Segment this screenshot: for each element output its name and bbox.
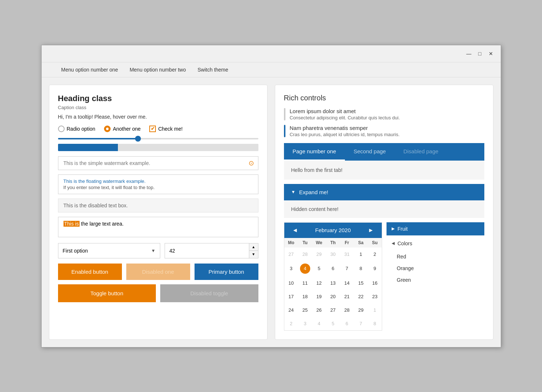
calendar-cell[interactable]: 9	[368, 261, 382, 276]
calendar-cell[interactable]: 5	[326, 317, 340, 330]
calendar-prev-button[interactable]: ◄	[289, 226, 301, 234]
calendar-cell[interactable]: 13	[326, 276, 340, 290]
calendar-cell[interactable]: 23	[368, 290, 382, 303]
enabled-button[interactable]: Enabled button	[58, 264, 122, 280]
tree-child-red[interactable]: Red	[387, 251, 484, 262]
cal-label-th: Th	[326, 238, 340, 247]
calendar-cell[interactable]: 29	[312, 247, 326, 261]
slider-thumb[interactable]	[135, 136, 141, 142]
checkbox-option[interactable]: ✔ Check me!	[149, 126, 182, 132]
calendar-cell[interactable]: 11	[298, 276, 312, 290]
right-panel: Rich controls Lorem ipsum dolor sit amet…	[275, 85, 493, 340]
cal-label-sa: Sa	[354, 238, 368, 247]
calendar-cell[interactable]: 2	[368, 247, 382, 261]
calendar-cell[interactable]: 28	[298, 247, 312, 261]
accordion-icon: ▼	[291, 189, 296, 195]
radio-label-2: Another one	[113, 126, 141, 132]
calendar-cell[interactable]: 27	[284, 247, 298, 261]
accordion-header[interactable]: ▼ Expand me!	[284, 184, 484, 200]
calendar-cell[interactable]: 17	[284, 290, 298, 303]
slider-container	[58, 138, 258, 139]
calendar-cell[interactable]: 3	[284, 261, 298, 276]
calendar-cell[interactable]: 6	[326, 261, 340, 276]
cal-label-mo: Mo	[284, 238, 298, 247]
spinner-down-button[interactable]: ▼	[249, 251, 258, 258]
calendar-cell[interactable]: 7	[354, 317, 368, 330]
tabs-container: Page number one Second page Disabled pag…	[284, 143, 484, 180]
list-item-1: Lorem ipsum dolor sit amet Consectetur a…	[284, 108, 484, 120]
calendar-cell[interactable]: 29	[354, 303, 368, 317]
simple-input[interactable]	[58, 156, 258, 170]
menu-item-1[interactable]: Menu option number one	[60, 66, 120, 73]
radio-option-2[interactable]: Another one	[104, 126, 141, 132]
calendar-cell[interactable]: 27	[326, 303, 340, 317]
calendar-cell[interactable]: 8	[354, 261, 368, 276]
calendar-cell[interactable]: 22	[354, 290, 368, 303]
calendar-cell[interactable]: 7	[340, 261, 354, 276]
minimize-button[interactable]: —	[464, 48, 474, 59]
left-panel: Heading class Caption class Hi, I'm a to…	[49, 85, 268, 340]
list-items: Lorem ipsum dolor sit amet Consectetur a…	[284, 108, 484, 137]
progress-bar	[58, 144, 258, 151]
floating-sub: If you enter some text, it will float to…	[64, 185, 253, 190]
calendar-cell[interactable]: 6	[340, 317, 354, 330]
close-button[interactable]: ✕	[485, 48, 496, 59]
tree-child-orange[interactable]: Orange	[387, 262, 484, 274]
calendar-cell[interactable]: 14	[340, 276, 354, 290]
calendar-body: 2728293031123456789101112131415161718192…	[284, 247, 382, 330]
heading: Heading class	[58, 94, 258, 103]
calendar-cell[interactable]: 16	[368, 276, 382, 290]
calendar-cell[interactable]: 24	[284, 303, 298, 317]
calendar-cell[interactable]: 3	[298, 317, 312, 330]
calendar-cell[interactable]: 10	[284, 276, 298, 290]
calendar-title: February 2020	[315, 227, 351, 233]
calendar-cell[interactable]: 8	[368, 317, 382, 330]
radio-option-1[interactable]: Radio option	[58, 126, 96, 132]
maximize-button[interactable]: □	[474, 48, 485, 59]
tab-page-number-one[interactable]: Page number one	[284, 143, 345, 161]
menu-item-2[interactable]: Menu option number two	[128, 66, 187, 73]
tab-second-page[interactable]: Second page	[345, 143, 395, 161]
calendar-cell[interactable]: 5	[312, 261, 326, 276]
spinner-box: 42 ▲ ▼	[165, 243, 258, 258]
spinner-up-button[interactable]: ▲	[249, 243, 258, 251]
toggle-disabled-button: Disabled toggle	[160, 284, 258, 302]
calendar-cell[interactable]: 1	[354, 247, 368, 261]
calendar-cell[interactable]: 19	[312, 290, 326, 303]
tree-arrow-colors-icon: ◀	[392, 241, 395, 246]
calendar-cell[interactable]: 15	[354, 276, 368, 290]
form-row: First option ▼ 42 ▲ ▼	[58, 243, 258, 258]
floating-input-box[interactable]: This is the floating watermark example. …	[58, 174, 258, 194]
tree-child-green[interactable]: Green	[387, 274, 484, 286]
main-content: Heading class Caption class Hi, I'm a to…	[42, 77, 501, 347]
calendar-cell[interactable]: 2	[284, 317, 298, 330]
calendar-cell[interactable]: 28	[340, 303, 354, 317]
calendar-cell[interactable]: 20	[326, 290, 340, 303]
calendar-cell[interactable]: 25	[298, 303, 312, 317]
calendar-cell[interactable]: 31	[340, 247, 354, 261]
radio-circle-2	[104, 126, 111, 132]
calendar-cell[interactable]: 26	[312, 303, 326, 317]
primary-button[interactable]: Primary button	[195, 264, 258, 280]
tree-header-colors[interactable]: ◀ Colors	[387, 238, 484, 249]
calendar-cell[interactable]: 18	[298, 290, 312, 303]
tree-header-fruit[interactable]: ▶ Fruit	[387, 222, 484, 235]
menu-item-3[interactable]: Switch theme	[196, 66, 230, 73]
floating-label: This is the floating watermark example.	[64, 178, 253, 184]
rich-controls-heading: Rich controls	[284, 94, 484, 102]
textarea[interactable]: This is the large text area.	[58, 217, 258, 237]
calendar-cell[interactable]: 1	[368, 303, 382, 317]
main-window: — □ ✕ Menu option number one Menu option…	[41, 45, 501, 347]
toggle-button[interactable]: Toggle button	[58, 284, 156, 302]
calendar-cell[interactable]: 12	[312, 276, 326, 290]
radio-circle-1	[58, 126, 65, 132]
calendar-next-button[interactable]: ►	[365, 226, 377, 234]
calendar-cell[interactable]: 4	[312, 317, 326, 330]
calendar-cell[interactable]: 30	[326, 247, 340, 261]
tab-content: Hello from the first tab!	[284, 161, 484, 180]
slider-track[interactable]	[58, 138, 258, 139]
select-box[interactable]: First option ▼	[58, 243, 161, 258]
disabled-button: Disabled one	[126, 264, 190, 280]
calendar-cell[interactable]: 21	[340, 290, 354, 303]
calendar-cell[interactable]: 4	[298, 261, 312, 276]
